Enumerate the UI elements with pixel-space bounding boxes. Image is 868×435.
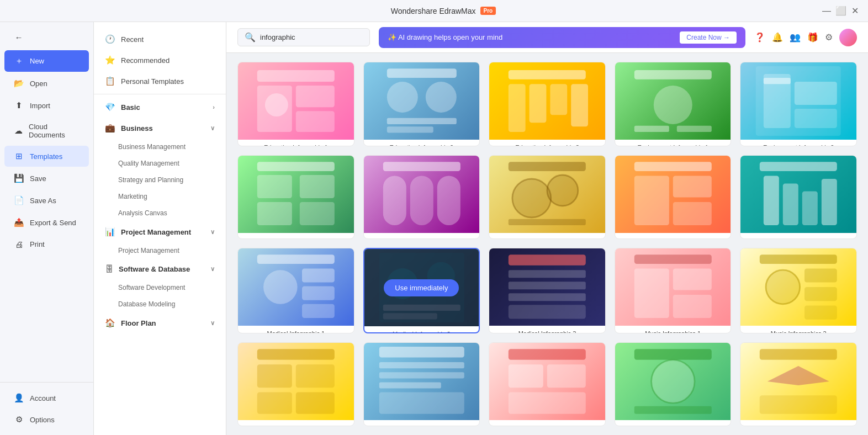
ai-create-button[interactable]: Create Now → xyxy=(680,31,737,44)
middle-item-personal[interactable]: 📋 Personal Templates xyxy=(94,71,226,92)
template-thumbnail-env3 xyxy=(238,156,354,233)
template-card-food2[interactable]: Food Infographic 2 xyxy=(489,155,606,240)
svg-rect-3 xyxy=(296,111,335,132)
svg-rect-62 xyxy=(634,268,669,318)
business-label: Business xyxy=(121,124,153,132)
sub-strategy-planning[interactable]: Strategy and Planning xyxy=(94,172,226,188)
template-name-medical3: Medical Infographic 3 xyxy=(489,326,605,333)
sub-software-dev[interactable]: Software Development xyxy=(94,279,226,296)
save-icon: 💾 xyxy=(13,173,24,183)
svg-rect-78 xyxy=(379,382,441,388)
project-icon: 📊 xyxy=(105,227,115,237)
sidebar-item-templates[interactable]: ⊞ Templates xyxy=(4,146,89,167)
ai-banner[interactable]: ✨ AI drawing helps open your mind Create… xyxy=(379,27,745,48)
svg-rect-81 xyxy=(509,364,543,388)
sidebar-item-save[interactable]: 💾 Save xyxy=(4,168,89,189)
search-input[interactable] xyxy=(260,33,363,41)
sidebar-item-saveas[interactable]: 📄 Save As xyxy=(4,190,89,211)
template-card-music1[interactable]: Music Infographics 1 xyxy=(615,248,732,333)
template-thumbnail-medical1 xyxy=(238,248,354,326)
user-avatar[interactable] xyxy=(839,29,857,46)
svg-rect-32 xyxy=(437,176,460,225)
template-card-food3[interactable]: Food Infographic 3 xyxy=(615,155,732,240)
use-immediately-button[interactable]: Use immediately xyxy=(384,279,459,296)
template-name-edu1: Education Infographic 1 xyxy=(238,140,354,146)
minimize-button[interactable]: — xyxy=(823,7,830,15)
template-name-food4: Food Infographic 4 xyxy=(740,233,856,240)
svg-rect-45 xyxy=(822,179,837,225)
template-card-medical2[interactable]: Use immediately Medical Infographic 2 xyxy=(363,248,480,333)
template-card-env1[interactable]: Environment Infographic 1 xyxy=(615,62,732,146)
main-layout: ← ＋ New 📂 Open ⬆ Import ☁ Cloud Document… xyxy=(0,22,868,435)
svg-rect-80 xyxy=(509,349,586,360)
app-title: Wondershare EdrawMax xyxy=(391,7,476,15)
sub-analysis-canvas[interactable]: Analysis Canvas xyxy=(94,205,226,221)
sidebar-item-import[interactable]: ⬆ Import xyxy=(4,95,89,116)
sidebar-item-account[interactable]: 👤 Account xyxy=(4,388,89,409)
svg-rect-18 xyxy=(677,126,712,132)
settings-icon[interactable]: ⚙ xyxy=(825,32,833,43)
sidebar-item-open[interactable]: 📂 Open xyxy=(4,73,89,94)
business-icon: 💼 xyxy=(105,123,115,133)
template-card-edu1[interactable]: Education Infographic 1 xyxy=(237,62,354,146)
template-card-food4[interactable]: Food Infographic 4 xyxy=(740,155,857,240)
community-icon[interactable]: 👥 xyxy=(790,32,801,43)
search-box[interactable]: 🔍 xyxy=(237,28,370,46)
template-card-tourism1[interactable]: Tourism Infographic 1 xyxy=(489,342,606,427)
template-card-music2[interactable]: Music Infographics 2 xyxy=(740,248,857,333)
template-card-env2[interactable]: Environment Infographic 2 xyxy=(740,62,857,146)
section-basic[interactable]: 💎 Basic › xyxy=(94,97,226,118)
template-thumbnail-music2 xyxy=(740,248,856,326)
pro-badge: Pro xyxy=(480,7,496,15)
middle-panel: 🕐 Recent ⭐ Recommended 📋 Personal Templa… xyxy=(94,22,226,435)
template-card-tourism3[interactable]: Tourism Infographic 3 xyxy=(615,342,732,427)
sidebar-item-new[interactable]: ＋ New xyxy=(4,50,89,72)
svg-rect-60 xyxy=(509,305,586,319)
sub-marketing[interactable]: Marketing xyxy=(94,188,226,205)
svg-rect-61 xyxy=(634,254,712,264)
template-card-env3[interactable]: Environment Infographic 3 xyxy=(237,155,354,240)
template-card-tourism4[interactable]: Tourism Infographic 4 xyxy=(740,342,857,427)
sidebar-item-options[interactable]: ⚙ Options xyxy=(4,409,89,430)
section-software[interactable]: 🗄 Software & Database ∨ xyxy=(94,259,226,279)
maximize-button[interactable]: ⬜ xyxy=(837,7,845,15)
template-card-tech1[interactable]: Technology Infographics 1 xyxy=(363,342,480,427)
section-floorplan[interactable]: 🏠 Floor Plan ∨ xyxy=(94,312,226,333)
svg-rect-75 xyxy=(379,347,464,358)
template-thumbnail-env2 xyxy=(740,62,856,140)
template-name-food3: Food Infographic 3 xyxy=(615,233,731,240)
basic-label: Basic xyxy=(121,103,140,112)
export-label: Export & Send xyxy=(30,219,76,227)
sub-project-management[interactable]: Project Management xyxy=(94,242,226,259)
help-icon[interactable]: ❓ xyxy=(754,32,765,43)
sub-database-modeling[interactable]: Database Modeling xyxy=(94,296,226,312)
template-card-medical3[interactable]: Medical Infographic 3 xyxy=(489,248,606,333)
svg-rect-73 xyxy=(257,392,292,413)
sub-quality-management[interactable]: Quality Management xyxy=(94,155,226,172)
section-business[interactable]: 💼 Business ∨ xyxy=(94,118,226,139)
sidebar-item-print[interactable]: 🖨 Print xyxy=(4,234,89,254)
account-icon: 👤 xyxy=(13,393,24,403)
svg-rect-27 xyxy=(257,202,292,225)
template-card-medical1[interactable]: Medical Infographic 1 xyxy=(237,248,354,333)
sub-business-management[interactable]: Business Management xyxy=(94,139,226,155)
template-card-news1[interactable]: News Infographics 1 xyxy=(237,342,354,427)
template-name-food2: Food Infographic 2 xyxy=(489,233,605,240)
sidebar-item-export[interactable]: 📤 Export & Send xyxy=(4,212,89,233)
close-button[interactable]: ✕ xyxy=(851,7,859,15)
import-label: Import xyxy=(30,102,50,110)
back-button[interactable]: ← xyxy=(4,27,89,47)
gift-icon[interactable]: 🎁 xyxy=(807,32,818,43)
notification-icon[interactable]: 🔔 xyxy=(772,32,783,43)
section-project[interactable]: 📊 Project Management ∨ xyxy=(94,221,226,242)
svg-rect-9 xyxy=(387,126,433,132)
template-card-edu2[interactable]: Education Infographic 2 xyxy=(363,62,480,146)
template-card-food1[interactable]: Food Infographic 1 xyxy=(363,155,480,240)
template-card-edu3[interactable]: Education Infographic 3 xyxy=(489,62,606,146)
middle-item-recommended[interactable]: ⭐ Recommended xyxy=(94,50,226,71)
middle-item-recent[interactable]: 🕐 Recent xyxy=(94,29,226,50)
sidebar-item-cloud[interactable]: ☁ Cloud Documents xyxy=(4,117,89,145)
template-thumbnail-edu2 xyxy=(364,62,480,140)
divider xyxy=(94,94,226,94)
svg-rect-0 xyxy=(257,70,335,82)
